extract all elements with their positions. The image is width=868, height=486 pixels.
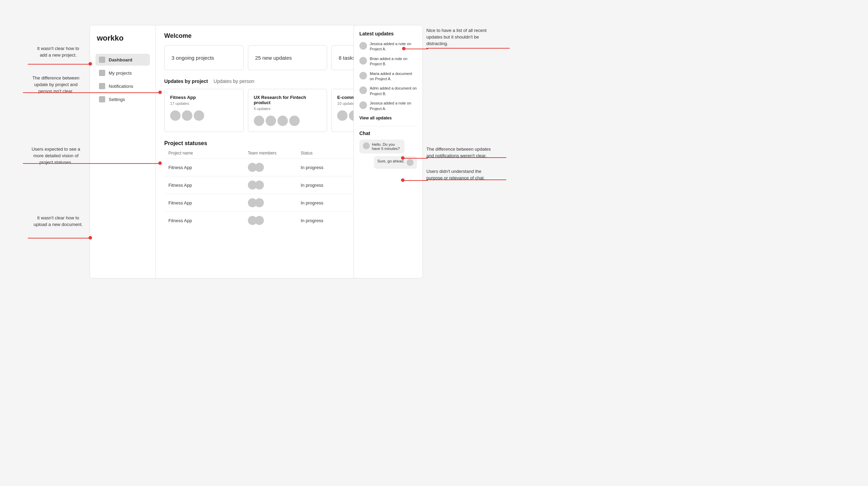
annotation-update-difference: The difference betweenupdate by project … [23, 75, 89, 95]
annotation-text: Users didn't understand thepurpose or re… [426, 169, 485, 181]
sidebar-item-dashboard[interactable]: Dashboard [95, 54, 150, 66]
sidebar-item-label: Dashboard [109, 57, 132, 62]
dashboard-icon [99, 57, 105, 63]
annotation-line [23, 163, 159, 164]
app-logo: workko [95, 34, 150, 43]
settings-icon [99, 96, 105, 102]
avatar [255, 181, 264, 190]
sidebar-item-notifications[interactable]: Notifications [95, 80, 150, 92]
team-avatars [248, 198, 301, 207]
avatar-row [254, 116, 322, 126]
avatar [359, 72, 367, 79]
avatar [254, 116, 264, 126]
sidebar-nav: Dashboard My projects Notifications Sett… [95, 54, 150, 105]
annotation-line [23, 92, 159, 93]
avatar [277, 116, 288, 126]
avatar [337, 110, 348, 121]
annotation-line [28, 64, 90, 65]
stat-ongoing-projects: 3 ongoing projects [164, 45, 244, 70]
chat-title: Chat [359, 131, 417, 136]
sidebar-item-label: Notifications [109, 84, 133, 89]
avatar [359, 57, 367, 65]
annotation-line-extend [426, 179, 506, 180]
sidebar-item-projects[interactable]: My projects [95, 67, 150, 79]
annotation-line-extend [426, 48, 510, 49]
red-dot [158, 91, 162, 94]
update-item: Maria added a document on Project A. [359, 71, 417, 82]
sidebar-item-settings[interactable]: Settings [95, 93, 150, 105]
team-avatars [248, 163, 301, 172]
annotation-line [403, 180, 428, 181]
annotation-text: It wasn't clear how toupload a new docum… [34, 215, 83, 227]
annotation-text: The difference betweenupdate by project … [32, 75, 80, 94]
update-item: Adrin added a document on Project B. [359, 86, 417, 97]
annotation-text: The difference between updatesand notifi… [426, 146, 491, 158]
red-dot [158, 161, 162, 165]
project-card-ux[interactable]: UX Research for Fintech product 5 update… [248, 89, 327, 132]
annotation-text: It wasn't clear how toadd a new project. [37, 46, 79, 58]
latest-updates-title: Latest updates [359, 31, 417, 36]
avatar [359, 101, 367, 109]
red-dot [401, 178, 404, 182]
view-all-updates-link[interactable]: View all updates [359, 116, 417, 120]
annotation-project-statuses: Users expected to see amore detailed vis… [23, 146, 89, 166]
project-card-fitness[interactable]: Fitness App 17 updates [164, 89, 244, 132]
red-dot [402, 47, 406, 50]
avatar [266, 116, 276, 126]
annotation-text: Nice to have a list of all recentupdates… [426, 28, 486, 46]
annotation-updates-distracting: Nice to have a list of all recentupdates… [426, 27, 510, 47]
sidebar: workko Dashboard My projects Notificatio… [90, 25, 156, 278]
tab-updates-by-person[interactable]: Updates by person [214, 78, 254, 84]
avatar [170, 110, 181, 121]
annotation-add-project: It wasn't clear how toadd a new project. [28, 45, 89, 58]
avatar [255, 198, 264, 207]
update-item: Jessica added a note on Project A. [359, 101, 417, 111]
sidebar-item-label: Settings [109, 97, 125, 102]
avatar [194, 110, 204, 121]
avatar [182, 110, 192, 121]
team-avatars [248, 216, 301, 225]
update-item: Brian added a note on Project B. [359, 56, 417, 67]
annotation-text: Users expected to see amore detailed vis… [32, 146, 80, 165]
projects-icon [99, 70, 105, 76]
annotation-line [403, 158, 428, 159]
avatar [255, 216, 264, 225]
annotation-line [404, 49, 428, 49]
avatar [255, 163, 264, 172]
chat-area: Hello. Do you have 5 minutes? Sure, go a… [359, 140, 417, 169]
annotation-line [28, 238, 90, 238]
stat-new-updates: 25 new updates [248, 45, 327, 70]
chat-message-left: Hello. Do you have 5 minutes? [359, 140, 404, 153]
red-dot [89, 236, 92, 240]
red-dot [89, 62, 92, 66]
right-panel: Latest updates Jessica added a note on P… [353, 25, 423, 278]
red-dot [401, 156, 404, 160]
avatar [359, 86, 367, 94]
divider [359, 126, 417, 126]
tab-updates-by-project[interactable]: Updates by project [164, 78, 208, 84]
sidebar-item-label: My projects [109, 70, 132, 76]
notifications-icon [99, 83, 105, 89]
annotation-line-extend [426, 157, 506, 158]
annotation-upload-doc: It wasn't clear how toupload a new docum… [28, 215, 89, 228]
update-item: Jessica added a note on Project A. [359, 41, 417, 52]
avatar [289, 116, 300, 126]
team-avatars [248, 181, 301, 190]
avatar-row [170, 110, 238, 121]
avatar [407, 159, 414, 166]
avatar [359, 42, 367, 50]
avatar [363, 142, 370, 149]
